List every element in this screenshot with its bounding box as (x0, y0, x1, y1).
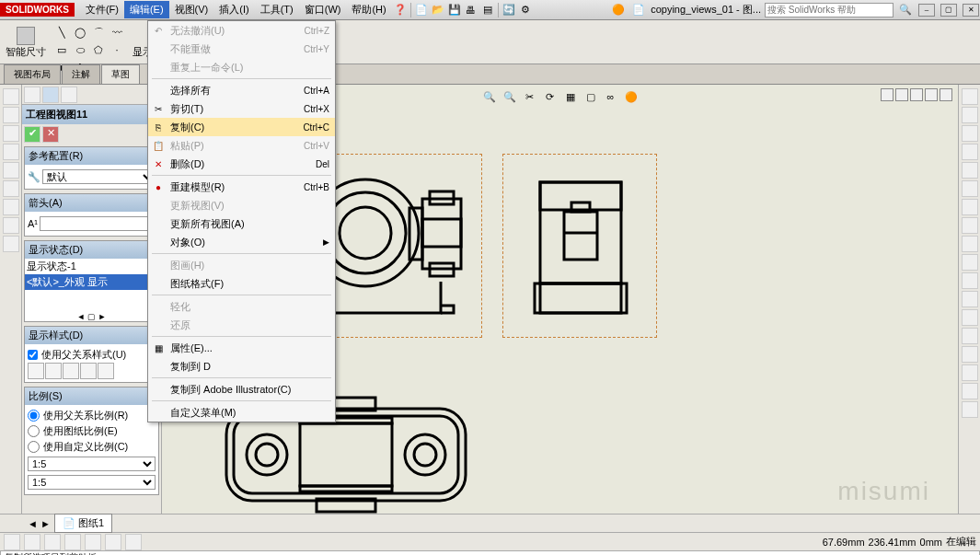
panel-tab-icon[interactable] (61, 87, 77, 103)
panel-tab-icon[interactable] (42, 87, 59, 103)
scale-custom-radio[interactable] (28, 441, 40, 453)
zoom-in-icon[interactable]: 🔍 (481, 88, 498, 105)
rtool-icon[interactable] (962, 217, 978, 234)
ltool-icon[interactable] (3, 107, 19, 123)
btool-icon[interactable] (64, 534, 81, 550)
style-nohidden-icon[interactable] (63, 363, 79, 379)
scale-select-2[interactable]: 1:5 (28, 475, 156, 490)
vc-icon[interactable] (940, 88, 952, 101)
ltool-icon[interactable] (3, 217, 19, 234)
ltool-icon[interactable] (3, 144, 19, 160)
edit-menu-item[interactable]: 复制到 Adobe Illustrator(C) (148, 380, 335, 399)
rtool-icon[interactable] (962, 309, 978, 326)
btool-icon[interactable] (4, 534, 20, 550)
menu-edit[interactable]: 编辑(E) (124, 1, 169, 18)
btool-icon[interactable] (44, 534, 61, 550)
vc-icon[interactable] (925, 88, 938, 101)
search-icon[interactable]: 🔍 (897, 2, 914, 18)
btool-icon[interactable] (85, 534, 101, 550)
rtool-icon[interactable] (962, 383, 978, 399)
vc-icon[interactable] (910, 88, 923, 101)
edit-menu-item[interactable]: ✂剪切(T)Ctrl+X (148, 99, 335, 118)
rebuild-icon[interactable]: 🔄 (501, 2, 517, 18)
view-icon[interactable]: ▦ (562, 88, 579, 105)
rect-icon[interactable]: ▭ (53, 41, 70, 58)
zoom-out-icon[interactable]: 🔍 (502, 88, 518, 105)
ltool-icon[interactable] (3, 180, 19, 197)
edit-menu-item[interactable]: ▦属性(E)... (148, 339, 335, 357)
line-icon[interactable]: ╲ (53, 24, 70, 40)
arrow-input[interactable] (40, 216, 162, 231)
cancel-button[interactable]: ✕ (42, 126, 59, 143)
btool-icon[interactable] (105, 534, 121, 550)
style-hidden-icon[interactable] (45, 363, 62, 379)
vc-icon[interactable] (881, 88, 894, 101)
help-icon[interactable]: ❓ (392, 2, 409, 18)
rtool-icon[interactable] (962, 107, 978, 123)
zoom-select-icon[interactable]: ✂ (522, 88, 538, 105)
smart-dimension-button[interactable]: 智能尺寸 (0, 22, 52, 63)
sheet-tab[interactable]: 📄 图纸1 (54, 514, 112, 533)
display-state-item[interactable]: <默认>_外观 显示 (25, 274, 158, 290)
traffic-icon[interactable]: 🟠 (610, 2, 627, 18)
ltool-icon[interactable] (3, 162, 19, 179)
save-icon[interactable]: 💾 (446, 2, 463, 18)
menu-view[interactable]: 视图(V) (169, 1, 214, 18)
ok-button[interactable]: ✔ (24, 126, 40, 143)
minimize-icon[interactable]: – (918, 4, 935, 17)
style-shaded-edges-icon[interactable] (80, 363, 97, 379)
ltool-icon[interactable] (3, 88, 19, 105)
tab-sketch[interactable]: 草图 (101, 64, 140, 84)
arc-icon[interactable]: ⌒ (90, 24, 107, 40)
rtool-icon[interactable] (962, 291, 978, 307)
scale-select-1[interactable]: 1:5 (28, 457, 156, 471)
menu-file[interactable]: 文件(F) (80, 1, 124, 18)
edit-menu-item[interactable]: 图纸格式(F) (148, 274, 335, 293)
open-icon[interactable]: 📂 (430, 2, 446, 18)
rtool-icon[interactable] (962, 328, 978, 344)
vc-icon[interactable] (895, 88, 908, 101)
options-icon[interactable]: ⚙ (517, 2, 534, 18)
ltool-icon[interactable] (3, 236, 19, 252)
scale-sheet-radio[interactable] (28, 425, 40, 437)
print-icon[interactable]: 🖶 (463, 2, 479, 18)
rtool-icon[interactable] (962, 144, 978, 160)
tab-view-layout[interactable]: 视图布局 (4, 64, 61, 84)
drawing-view-2[interactable] (502, 154, 657, 338)
tab-annotation[interactable]: 注解 (62, 64, 100, 84)
circle-icon[interactable]: ◯ (72, 24, 88, 40)
rtool-icon[interactable] (962, 180, 978, 197)
edit-menu-item[interactable]: 复制到 D (148, 357, 335, 376)
menu-tools[interactable]: 工具(T) (255, 1, 299, 18)
edit-menu-item[interactable]: ●重建模型(R)Ctrl+B (148, 178, 335, 196)
edit-menu-item[interactable]: ⎘复制(C)Ctrl+C (148, 118, 335, 136)
new-icon[interactable]: 📄 (413, 2, 430, 18)
menu-window[interactable]: 窗口(W) (299, 1, 347, 18)
menu-insert[interactable]: 插入(I) (213, 1, 254, 18)
rtool-icon[interactable] (962, 401, 978, 418)
shaded-icon[interactable]: ▢ (582, 88, 599, 105)
ltool-icon[interactable] (3, 125, 19, 142)
use-parent-style-checkbox[interactable] (28, 350, 38, 360)
ellipse-icon[interactable]: ⬭ (72, 41, 88, 58)
rtool-icon[interactable] (962, 254, 978, 271)
rtool-icon[interactable] (962, 162, 978, 179)
close-icon[interactable]: ✕ (963, 4, 979, 17)
panel-tab-icon[interactable] (24, 87, 40, 103)
spline-icon[interactable]: 〰 (109, 24, 125, 40)
globe-icon[interactable]: 🟠 (623, 88, 640, 105)
ltool-icon[interactable] (3, 199, 19, 215)
menu-help[interactable]: 帮助(H) (346, 1, 391, 18)
btool-icon[interactable] (24, 534, 40, 550)
edit-menu-item[interactable]: 自定义菜单(M) (148, 403, 335, 422)
btool-icon[interactable] (125, 534, 142, 550)
config-select[interactable]: 默认 (42, 169, 156, 184)
scale-parent-radio[interactable] (28, 410, 40, 422)
edit-menu-item[interactable]: ✕删除(D)Del (148, 155, 335, 173)
rtool-icon[interactable] (962, 364, 978, 381)
layers-icon[interactable]: ▤ (479, 2, 496, 18)
edit-menu-item[interactable]: 选择所有Ctrl+A (148, 81, 335, 99)
rtool-icon[interactable] (962, 272, 978, 289)
rtool-icon[interactable] (962, 88, 978, 105)
search-help-input[interactable] (765, 3, 894, 17)
